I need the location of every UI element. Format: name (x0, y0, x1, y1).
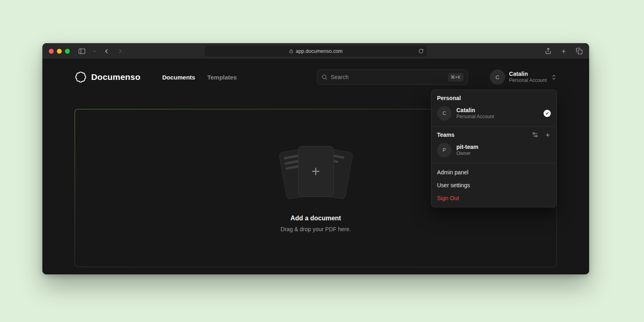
search-input[interactable] (331, 74, 445, 80)
back-button[interactable] (103, 48, 110, 55)
documenso-logo-icon (75, 71, 87, 83)
menu-item-admin-panel[interactable]: Admin panel (431, 166, 556, 179)
team-name: pit-team (456, 143, 478, 151)
account-avatar: C (490, 69, 505, 85)
nav-templates[interactable]: Templates (207, 74, 237, 81)
main-nav: Documents Templates (162, 74, 237, 81)
address-bar[interactable]: app.documenso.com (205, 46, 427, 56)
menu-actions-section: Admin panel User settings Sign Out (431, 163, 556, 207)
team-avatar: P (437, 143, 452, 157)
selected-check-icon (544, 110, 551, 117)
personal-section: Personal C Catalin Personal Account (431, 90, 556, 126)
dropzone-subtitle: Drag & drop your PDF here. (280, 226, 351, 232)
nav-documents[interactable]: Documents (162, 74, 195, 81)
chevron-up-down-icon (551, 74, 557, 80)
document-card-center: + (298, 146, 334, 197)
documents-illustration: + (270, 144, 362, 204)
personal-avatar: C (437, 106, 452, 121)
team-role: Owner (456, 151, 478, 157)
personal-section-label: Personal (437, 94, 551, 105)
lock-icon (289, 49, 293, 53)
search-box: ⌘+K (317, 69, 468, 85)
team-row[interactable]: P pit-team Owner (437, 141, 551, 159)
account-menu-trigger[interactable]: C Catalin Personal Account (490, 69, 557, 85)
share-icon[interactable] (545, 48, 552, 54)
account-name: Catalin (509, 71, 547, 78)
dropzone-title: Add a document (291, 215, 341, 222)
brand-logo-link[interactable]: Documenso (75, 71, 140, 83)
toolbar-right-controls (545, 48, 583, 54)
window-controls (49, 49, 70, 54)
forward-button[interactable] (117, 48, 124, 55)
search-icon (321, 74, 328, 80)
account-dropdown-menu: Personal C Catalin Personal Account Team… (431, 90, 557, 207)
brand-name: Documenso (91, 72, 140, 82)
minimize-button[interactable] (57, 49, 62, 54)
browser-toolbar: app.documenso.com (42, 43, 589, 59)
teams-actions (532, 132, 551, 138)
close-button[interactable] (49, 49, 54, 54)
manage-teams-icon[interactable] (532, 132, 538, 138)
search-shortcut-badge: ⌘+K (448, 73, 464, 82)
account-type: Personal Account (509, 77, 547, 84)
teams-section-header: Teams (437, 131, 551, 141)
teams-section-label: Teams (437, 132, 454, 138)
personal-type: Personal Account (456, 114, 494, 120)
menu-item-user-settings[interactable]: User settings (431, 179, 556, 192)
plus-icon: + (312, 164, 320, 179)
zoom-button[interactable] (65, 49, 70, 54)
app-page: Documenso Documents Templates ⌘+K C Cata… (42, 59, 589, 274)
toolbar-left-controls (78, 47, 124, 55)
sidebar-toggle-icon[interactable] (78, 47, 86, 55)
add-team-icon[interactable] (545, 132, 551, 138)
sidebar-chevron-down-icon[interactable] (92, 49, 96, 53)
tab-overview-icon[interactable] (576, 48, 583, 54)
personal-name: Catalin (456, 107, 494, 114)
teams-section: Teams P pit-team Owner (431, 126, 556, 163)
reload-icon[interactable] (418, 48, 424, 54)
personal-account-row[interactable]: C Catalin Personal Account (437, 105, 551, 122)
new-tab-icon[interactable] (560, 48, 567, 54)
url-text: app.documenso.com (296, 48, 343, 54)
browser-window: app.documenso.com Documenso (42, 43, 589, 274)
menu-item-sign-out[interactable]: Sign Out (431, 192, 556, 205)
